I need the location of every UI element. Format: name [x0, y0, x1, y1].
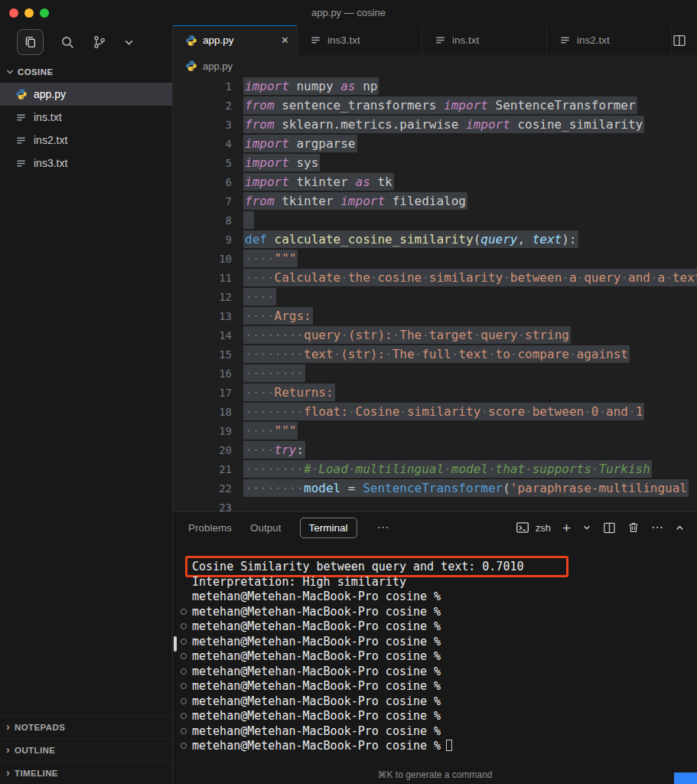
tabstrip: app.py✕ins3.txtins.txtins2.txt [173, 25, 697, 55]
breadcrumb-label: app.py [203, 60, 233, 72]
line-number[interactable]: 12 [173, 291, 232, 303]
line-number[interactable]: 18 [173, 406, 232, 418]
zoom-window-button[interactable] [40, 8, 49, 18]
line-number[interactable]: 13 [173, 310, 232, 322]
panel-tab-terminal[interactable]: Terminal [300, 518, 357, 538]
code-line: 18········float:·Cosine·similarity·score… [173, 402, 697, 421]
terminal-prompt-line: metehan@Metehan-MacBook-Pro cosine % [192, 739, 697, 754]
close-icon[interactable]: ✕ [281, 34, 289, 46]
minimize-window-button[interactable] [24, 8, 34, 18]
text-file-icon [15, 112, 28, 123]
split-terminal-icon[interactable] [603, 521, 616, 534]
tab-ins2.txt[interactable]: ins2.txt [547, 25, 672, 55]
tab-label: ins.txt [452, 34, 479, 46]
split-editor-icon[interactable] [673, 34, 686, 47]
file-item-ins3.txt[interactable]: ins3.txt [0, 152, 172, 175]
breadcrumb[interactable]: app.py [173, 55, 697, 77]
line-number[interactable]: 11 [173, 272, 232, 284]
panel-tab-problems[interactable]: Problems [188, 522, 232, 534]
file-item-ins.txt[interactable]: ins.txt [0, 106, 172, 129]
terminal-prompt-line: metehan@Metehan-MacBook-Pro cosine % [192, 635, 697, 650]
command-decoration-icon [181, 713, 187, 719]
line-number[interactable]: 19 [173, 425, 232, 437]
kill-terminal-trash-icon[interactable] [627, 521, 640, 534]
source-control-icon[interactable] [92, 34, 107, 50]
panel-tab-output[interactable]: Output [250, 522, 282, 534]
line-number[interactable]: 17 [173, 387, 232, 399]
text-file-icon [435, 34, 447, 46]
tab-list: app.py✕ins3.txtins.txtins2.txt [173, 25, 672, 55]
code-line: 3from sklearn.metrics.pairwise import co… [173, 115, 697, 134]
close-window-button[interactable] [9, 8, 18, 18]
code-line: 20····try: [173, 440, 697, 459]
code-line: 11····Calculate·the·cosine·similarity·be… [173, 268, 697, 287]
sidebar-section-timeline[interactable]: ›TIMELINE [0, 761, 172, 784]
code-line: 22········model = SentenceTransformer('p… [173, 479, 697, 498]
code-line: 23 [173, 498, 697, 511]
tab-ins.txt[interactable]: ins.txt [422, 25, 547, 55]
line-number[interactable]: 20 [173, 444, 232, 456]
line-number[interactable]: 3 [173, 119, 232, 131]
bottom-panel: ProblemsOutputTerminal ⋯ zsh + [173, 511, 697, 784]
file-item-ins2.txt[interactable]: ins2.txt [0, 129, 172, 152]
command-decoration-icon [181, 609, 187, 615]
terminal-prompt-line: metehan@Metehan-MacBook-Pro cosine % [192, 665, 697, 680]
corner-badge[interactable] [674, 773, 697, 784]
text-file-icon [15, 135, 28, 146]
terminal[interactable]: Cosine Similarity between query and text… [173, 543, 697, 766]
text-file-icon [15, 158, 28, 169]
line-number[interactable]: 15 [173, 348, 232, 361]
more-icon[interactable]: ⋯ [377, 521, 389, 534]
command-decoration-icon [181, 728, 187, 734]
panel-tab-list: ProblemsOutputTerminal [188, 518, 373, 538]
text-file-icon [559, 34, 572, 46]
more-actions-icon[interactable]: ⋯ [651, 521, 663, 534]
terminal-decoration-bar [174, 636, 177, 652]
line-number[interactable]: 5 [173, 157, 232, 169]
line-number[interactable]: 21 [173, 463, 232, 475]
line-number[interactable]: 1 [173, 80, 232, 93]
line-number[interactable]: 4 [173, 138, 232, 150]
line-number[interactable]: 22 [173, 482, 232, 495]
code-line: 19····""" [173, 421, 697, 440]
line-number[interactable]: 6 [173, 176, 232, 188]
tab-app.py[interactable]: app.py✕ [173, 25, 298, 55]
file-label: ins.txt [34, 111, 62, 123]
line-number[interactable]: 9 [173, 234, 232, 246]
explorer-icon[interactable] [17, 29, 44, 55]
terminal-result-line: Cosine Similarity between query and text… [192, 560, 697, 575]
tab-label: app.py [203, 34, 234, 46]
new-terminal-icon[interactable]: + [562, 521, 571, 535]
chevron-right-icon: › [6, 744, 10, 755]
tab-label: ins3.txt [327, 34, 360, 46]
chevron-right-icon: › [6, 721, 10, 732]
sidebar-bottom-sections: ›NOTEPADS›OUTLINE›TIMELINE [0, 715, 172, 784]
sidebar-section-outline[interactable]: ›OUTLINE [0, 738, 172, 761]
code-editor[interactable]: 1import numpy as np2from sentence_transf… [173, 77, 697, 511]
chevron-down-icon[interactable] [123, 37, 135, 48]
sidebar-section-notepads[interactable]: ›NOTEPADS [0, 715, 172, 738]
maximize-panel-chevron-up-icon[interactable] [675, 523, 685, 533]
line-number[interactable]: 10 [173, 253, 232, 265]
titlebar: app.py — cosine [0, 0, 697, 25]
text-file-icon [310, 34, 322, 46]
line-number[interactable]: 16 [173, 368, 232, 380]
terminal-profile-chevron-icon[interactable] [582, 523, 591, 532]
python-icon [185, 60, 197, 72]
file-item-app.py[interactable]: app.py [0, 83, 172, 106]
shell-selector[interactable]: zsh [536, 522, 551, 534]
file-label: app.py [34, 88, 66, 100]
line-number[interactable]: 23 [173, 501, 232, 512]
terminal-cursor [446, 740, 452, 751]
search-icon[interactable] [60, 34, 76, 51]
terminal-icon[interactable] [516, 521, 529, 534]
sidebar-section-cosine[interactable]: COSINE [0, 62, 172, 81]
line-number[interactable]: 7 [173, 195, 232, 207]
tab-ins3.txt[interactable]: ins3.txt [298, 25, 422, 55]
terminal-prompt-line: metehan@Metehan-MacBook-Pro cosine % [192, 619, 697, 635]
window-title: app.py — cosine [0, 7, 697, 18]
line-number[interactable]: 14 [173, 329, 232, 341]
command-decoration-icon [181, 683, 187, 689]
line-number[interactable]: 8 [173, 214, 232, 227]
line-number[interactable]: 2 [173, 100, 232, 112]
